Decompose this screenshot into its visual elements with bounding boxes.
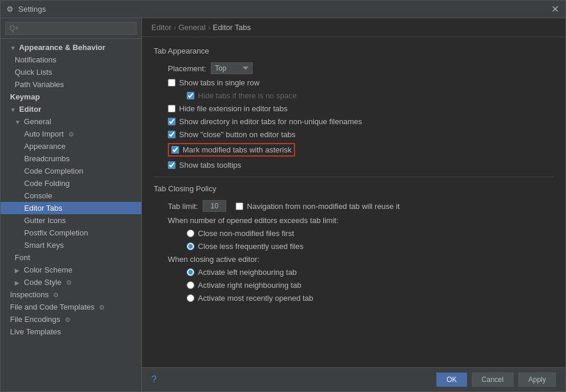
show-directory-row: Show directory in editor tabs for non-un… bbox=[154, 117, 554, 126]
sidebar-item-color-scheme[interactable]: ▶ Color Scheme bbox=[1, 264, 141, 276]
navigation-input[interactable] bbox=[236, 202, 243, 210]
tab-appearance-section-title: Tab Appearance bbox=[154, 46, 554, 55]
config-icon: ⚙ bbox=[68, 131, 74, 138]
sidebar-item-keymap[interactable]: Keymap bbox=[1, 91, 141, 103]
navigation-checkbox[interactable]: Navigation from non-modified tab will re… bbox=[236, 202, 399, 211]
config-icon: ⚙ bbox=[53, 291, 59, 298]
show-tabs-tooltips-label: Show tabs tooltips bbox=[179, 161, 241, 170]
close-non-modified-row: Close non-modified files first bbox=[154, 229, 554, 238]
activate-right-row: Activate right neighbouring tab bbox=[154, 281, 554, 290]
sidebar-item-code-folding[interactable]: Code Folding bbox=[1, 177, 141, 190]
cancel-button[interactable]: Cancel bbox=[472, 373, 514, 387]
hide-file-extension-checkbox[interactable]: Hide file extension in editor tabs bbox=[168, 104, 287, 113]
close-button[interactable]: ✕ bbox=[549, 4, 561, 15]
activate-right-input[interactable] bbox=[187, 281, 194, 289]
close-non-modified-label: Close non-modified files first bbox=[198, 229, 294, 238]
help-button[interactable]: ? bbox=[151, 374, 157, 385]
sidebar-item-inspections[interactable]: Inspections ⚙ bbox=[1, 288, 141, 301]
search-box bbox=[1, 18, 141, 39]
sidebar-item-breadcrumbs[interactable]: Breadcrumbs bbox=[1, 152, 141, 165]
sidebar-item-postfix-completion[interactable]: Postfix Completion bbox=[1, 227, 141, 239]
activate-right-radio[interactable]: Activate right neighbouring tab bbox=[187, 281, 302, 290]
tab-limit-label: Tab limit: bbox=[168, 202, 198, 211]
placement-row: Placement: Top Bottom Left Right bbox=[154, 62, 554, 74]
sidebar-item-appearance[interactable]: Appearance bbox=[1, 140, 141, 152]
sidebar-item-auto-import[interactable]: Auto Import ⚙ bbox=[1, 128, 141, 140]
show-tabs-single-row-checkbox[interactable]: Show tabs in single row bbox=[168, 78, 260, 87]
sidebar-item-console[interactable]: Console bbox=[1, 190, 141, 202]
activate-left-radio[interactable]: Activate left neighbouring tab bbox=[187, 268, 297, 277]
placement-select[interactable]: Top Bottom Left Right bbox=[211, 62, 253, 74]
sidebar-item-general[interactable]: ▼ General bbox=[1, 115, 141, 128]
activate-left-label: Activate left neighbouring tab bbox=[198, 268, 297, 277]
activate-recent-input[interactable] bbox=[187, 294, 194, 302]
hide-file-extension-row: Hide file extension in editor tabs bbox=[154, 104, 554, 113]
config-icon: ⚙ bbox=[66, 279, 72, 286]
mark-modified-checkbox[interactable]: Mark modified tabs with asterisk bbox=[171, 145, 292, 154]
expand-icon: ▼ bbox=[15, 119, 22, 125]
show-tabs-tooltips-checkbox[interactable]: Show tabs tooltips bbox=[168, 161, 241, 170]
divider-1 bbox=[154, 177, 554, 177]
window-icon: ⚙ bbox=[5, 5, 15, 14]
sidebar-item-font[interactable]: Font bbox=[1, 251, 141, 264]
tab-limit-input[interactable] bbox=[203, 200, 226, 212]
show-close-button-input[interactable] bbox=[168, 131, 176, 138]
when-closing-label: When closing active editor: bbox=[168, 255, 259, 264]
activate-recent-radio[interactable]: Activate most recently opened tab bbox=[187, 294, 313, 303]
main-content: ▼ Appearance & Behavior Notifications Qu… bbox=[1, 18, 565, 391]
placement-label: Placement: bbox=[168, 64, 206, 73]
hide-tabs-no-space-input[interactable] bbox=[187, 92, 194, 99]
sidebar-item-file-encodings[interactable]: File Encodings ⚙ bbox=[1, 313, 141, 325]
show-tabs-tooltips-row: Show tabs tooltips bbox=[154, 161, 554, 170]
activate-recent-row: Activate most recently opened tab bbox=[154, 294, 554, 303]
breadcrumb: Editor › General › Editor Tabs bbox=[142, 18, 565, 37]
sidebar-item-editor[interactable]: ▼ Editor bbox=[1, 103, 141, 115]
sidebar-item-quick-lists[interactable]: Quick Lists bbox=[1, 66, 141, 78]
search-input[interactable] bbox=[5, 22, 137, 35]
expand-icon: ▶ bbox=[15, 267, 22, 274]
show-tabs-single-row-input[interactable] bbox=[168, 79, 176, 87]
navigation-label: Navigation from non-modified tab will re… bbox=[247, 202, 399, 211]
mark-modified-row: Mark modified tabs with asterisk bbox=[154, 143, 554, 157]
sidebar-item-file-and-code-templates[interactable]: File and Code Templates ⚙ bbox=[1, 301, 141, 313]
sidebar-item-code-completion[interactable]: Code Completion bbox=[1, 165, 141, 177]
sidebar-item-appearance-behavior[interactable]: ▼ Appearance & Behavior bbox=[1, 41, 141, 54]
ok-button[interactable]: OK bbox=[436, 373, 466, 387]
sidebar-item-gutter-icons[interactable]: Gutter Icons bbox=[1, 214, 141, 227]
close-less-frequently-row: Close less frequently used files bbox=[154, 242, 554, 251]
show-close-button-label: Show "close" button on editor tabs bbox=[179, 130, 296, 139]
mark-modified-label: Mark modified tabs with asterisk bbox=[183, 145, 292, 154]
show-directory-checkbox[interactable]: Show directory in editor tabs for non-un… bbox=[168, 117, 362, 126]
mark-modified-highlight: Mark modified tabs with asterisk bbox=[168, 143, 295, 157]
when-exceeds-row: When number of opened editors exceeds ta… bbox=[154, 216, 554, 225]
close-less-frequently-radio[interactable]: Close less frequently used files bbox=[187, 242, 303, 251]
breadcrumb-sep-2: › bbox=[208, 24, 210, 32]
close-less-frequently-label: Close less frequently used files bbox=[198, 242, 303, 251]
show-tabs-single-row-row: Show tabs in single row bbox=[154, 78, 554, 87]
expand-icon: ▼ bbox=[10, 45, 17, 51]
close-non-modified-input[interactable] bbox=[187, 230, 194, 237]
settings-content: Tab Appearance Placement: Top Bottom Lef… bbox=[142, 37, 565, 367]
hide-tabs-no-space-checkbox[interactable]: Hide tabs if there is no space bbox=[187, 91, 297, 100]
show-tabs-tooltips-input[interactable] bbox=[168, 161, 176, 169]
close-less-frequently-input[interactable] bbox=[187, 242, 194, 250]
settings-window: ⚙ Settings ✕ ▼ Appearance & Behavior Not… bbox=[0, 0, 566, 392]
sidebar-item-editor-tabs[interactable]: Editor Tabs bbox=[1, 202, 141, 214]
hide-file-extension-input[interactable] bbox=[168, 105, 176, 112]
activate-left-input[interactable] bbox=[187, 268, 194, 276]
tab-closing-policy-section-title: Tab Closing Policy bbox=[154, 184, 554, 193]
show-close-button-checkbox[interactable]: Show "close" button on editor tabs bbox=[168, 130, 296, 139]
sidebar-item-path-variables[interactable]: Path Variables bbox=[1, 78, 141, 91]
sidebar-item-code-style[interactable]: ▶ Code Style ⚙ bbox=[1, 276, 141, 288]
sidebar-item-live-templates[interactable]: Live Templates bbox=[1, 325, 141, 338]
apply-button[interactable]: Apply bbox=[518, 373, 556, 387]
show-directory-input[interactable] bbox=[168, 118, 176, 125]
mark-modified-input[interactable] bbox=[171, 146, 179, 154]
expand-icon: ▶ bbox=[15, 280, 22, 286]
when-closing-row: When closing active editor: bbox=[154, 255, 554, 264]
hide-tabs-no-space-row: Hide tabs if there is no space bbox=[154, 91, 554, 100]
sidebar-item-notifications[interactable]: Notifications bbox=[1, 54, 141, 66]
show-tabs-single-row-label: Show tabs in single row bbox=[179, 78, 260, 87]
sidebar-item-smart-keys[interactable]: Smart Keys bbox=[1, 239, 141, 251]
close-non-modified-radio[interactable]: Close non-modified files first bbox=[187, 229, 294, 238]
